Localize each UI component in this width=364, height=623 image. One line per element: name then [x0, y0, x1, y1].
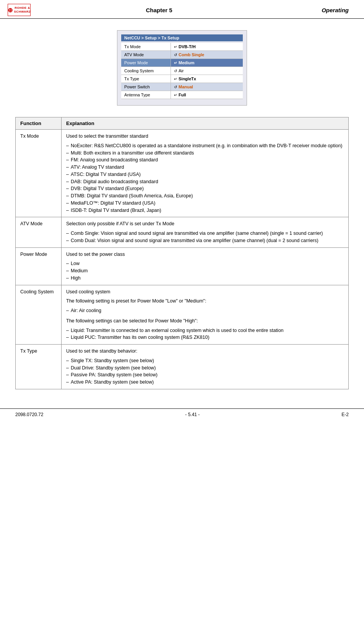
explanation-cell-powermode: Used to set the power class Low Medium H…: [62, 247, 349, 285]
val-icon-txmode: ↵: [174, 45, 177, 49]
explanation-text: Used cooling system: [66, 288, 344, 296]
explanation-text: The following settings can be selected f…: [66, 317, 344, 325]
panel-value-antennatype: ↵ Full: [171, 91, 243, 99]
panel-label-txmode: Tx Mode: [121, 43, 171, 50]
list-item: DVB: Digital TV standard (Europe): [66, 185, 344, 192]
panel-value-powerswitch: ↺ Manual: [171, 83, 243, 91]
explanation-list: NoExciter: R&S NetCCU800 is operated as …: [66, 142, 344, 214]
panel-value-txtype: ↵ SingleTx: [171, 75, 243, 83]
explanation-text: Selection only possible if ATV is set un…: [66, 220, 344, 228]
panel-label-coolingsystem: Cooling System: [121, 67, 171, 75]
panel-label-atvmode: ATV Mode: [121, 51, 171, 59]
explanation-list: Liquid: Transmitter is connected to an e…: [66, 327, 344, 342]
table-row: Power Mode Used to set the power class L…: [16, 247, 349, 285]
val-text-powerswitch: Manual: [179, 85, 193, 89]
col-header-function: Function: [16, 117, 62, 130]
list-item: FM: Analog sound broadcasting standard: [66, 156, 344, 164]
panel-row-atvmode: ATV Mode ↺ Comb Single: [121, 51, 243, 59]
panel-label-powermode: Power Mode: [121, 59, 171, 67]
panel-value-coolingsystem: ↺ Air: [171, 67, 243, 75]
table-row: ATV Mode Selection only possible if ATV …: [16, 217, 349, 247]
function-cell-txmode: Tx Mode: [16, 130, 62, 217]
footer-doc-number: 2098.0720.72: [15, 412, 43, 417]
panel-row-coolingsystem: Cooling System ↺ Air: [121, 67, 243, 75]
list-item: ATSC: Digital TV standard (USA): [66, 171, 344, 178]
explanation-text: Used to select the transmitter standard: [66, 133, 344, 140]
explanation-cell-txtype: Used to set the standby behavior: Single…: [62, 345, 349, 389]
panel-label-powerswitch: Power Switch: [121, 83, 171, 91]
chapter-title: Chapter 5: [31, 7, 288, 13]
section-title: Operating: [288, 7, 349, 13]
explanation-cell-txmode: Used to select the transmitter standard …: [62, 130, 349, 217]
val-icon-txtype: ↵: [174, 77, 177, 81]
val-text-txmode: DVB-T/H: [179, 44, 196, 49]
main-content: NetCCU > Setup > Tx Setup Tx Mode ↵ DVB-…: [0, 19, 364, 397]
explanation-list: Air: Air cooling: [66, 307, 344, 314]
panel-value-txmode: ↵ DVB-T/H: [171, 43, 243, 50]
panel-label-txtype: Tx Type: [121, 75, 171, 83]
val-icon-antennatype: ↵: [174, 93, 177, 97]
explanation-cell-atvmode: Selection only possible if ATV is set un…: [62, 217, 349, 247]
val-text-powermode: Medium: [179, 60, 195, 65]
table-row: Tx Mode Used to select the transmitter s…: [16, 130, 349, 217]
list-item: Single TX: Standby system (see below): [66, 357, 344, 364]
panel-row-txmode: Tx Mode ↵ DVB-T/H: [121, 43, 243, 51]
panel-row-antennatype: Antenna Type ↵ Full: [121, 91, 243, 99]
list-item: Liquid: Transmitter is connected to an e…: [66, 327, 344, 334]
page-header: ⊕ ROHDE & SCHWARZ Chapter 5 Operating: [0, 0, 364, 19]
explanation-list: Low Medium High: [66, 260, 344, 281]
footer-page-number: - 5.41 -: [43, 412, 341, 417]
function-cell-coolingsystem: Cooling System: [16, 285, 62, 345]
explanation-text: Used to set the power class: [66, 251, 344, 258]
function-cell-atvmode: ATV Mode: [16, 217, 62, 247]
explanation-text: The following setting is preset for Powe…: [66, 298, 344, 305]
val-icon-powerswitch: ↺: [174, 85, 177, 89]
panel-value-powermode: ↵ Medium: [171, 59, 243, 67]
list-item: Comb Single: Vision signal and sound sig…: [66, 230, 344, 237]
page-footer: 2098.0720.72 - 5.41 - E-2: [0, 408, 364, 420]
list-item: Passive PA: Standby system (see below): [66, 371, 344, 379]
list-item: Low: [66, 260, 344, 267]
list-item: Air: Air cooling: [66, 307, 344, 314]
col-header-explanation: Explanation: [62, 117, 349, 130]
val-icon-coolingsystem: ↺: [174, 69, 177, 73]
val-text-coolingsystem: Air: [179, 68, 184, 73]
function-table: Function Explanation Tx Mode Used to sel…: [15, 117, 349, 389]
explanation-text: Used to set the standby behavior:: [66, 348, 344, 355]
panel-title: NetCCU > Setup > Tx Setup: [121, 34, 243, 41]
panel-value-atvmode: ↺ Comb Single: [171, 51, 243, 59]
function-cell-txtype: Tx Type: [16, 345, 62, 389]
val-text-txtype: SingleTx: [179, 76, 196, 81]
panel-row-txtype: Tx Type ↵ SingleTx: [121, 75, 243, 83]
list-item: Dual Drive: Standby system (see below): [66, 364, 344, 372]
logo-icon: ⊕: [8, 7, 13, 14]
list-item: DAB: Digital audio broadcasting standard: [66, 178, 344, 185]
val-icon-atvmode: ↺: [174, 53, 177, 57]
screenshot-panel: NetCCU > Setup > Tx Setup Tx Mode ↵ DVB-…: [117, 30, 247, 106]
val-icon-powermode: ↵: [174, 61, 177, 65]
table-row: Tx Type Used to set the standby behavior…: [16, 345, 349, 389]
explanation-list: Single TX: Standby system (see below) Du…: [66, 357, 344, 386]
logo-area: ⊕ ROHDE & SCHWARZ: [8, 4, 31, 16]
val-text-atvmode: Comb Single: [179, 52, 204, 57]
list-item: Active PA: Standby system (see below): [66, 379, 344, 386]
list-item: Comb Dual: Vision signal and sound signa…: [66, 237, 344, 244]
list-item: MediaFLO™: Digital TV standard (USA): [66, 200, 344, 207]
table-row: Cooling System Used cooling system The f…: [16, 285, 349, 345]
list-item: Multi: Both exciters in a transmitter us…: [66, 150, 344, 157]
table-header-row: Function Explanation: [16, 117, 349, 130]
val-text-antennatype: Full: [179, 93, 186, 97]
explanation-cell-coolingsystem: Used cooling system The following settin…: [62, 285, 349, 345]
logo-text: ROHDE & SCHWARZ: [14, 6, 31, 13]
list-item: ATV: Analog TV standard: [66, 164, 344, 171]
list-item: ISDB-T: Digital TV standard (Brazil, Jap…: [66, 207, 344, 214]
function-cell-powermode: Power Mode: [16, 247, 62, 285]
list-item: Medium: [66, 267, 344, 275]
logo-box: ⊕ ROHDE & SCHWARZ: [8, 4, 31, 16]
explanation-list: Comb Single: Vision signal and sound sig…: [66, 230, 344, 244]
panel-row-powerswitch: Power Switch ↺ Manual: [121, 83, 243, 91]
footer-section-ref: E-2: [341, 412, 349, 417]
panel-label-antennatype: Antenna Type: [121, 91, 171, 99]
panel-row-powermode: Power Mode ↵ Medium: [121, 59, 243, 67]
list-item: NoExciter: R&S NetCCU800 is operated as …: [66, 142, 344, 150]
